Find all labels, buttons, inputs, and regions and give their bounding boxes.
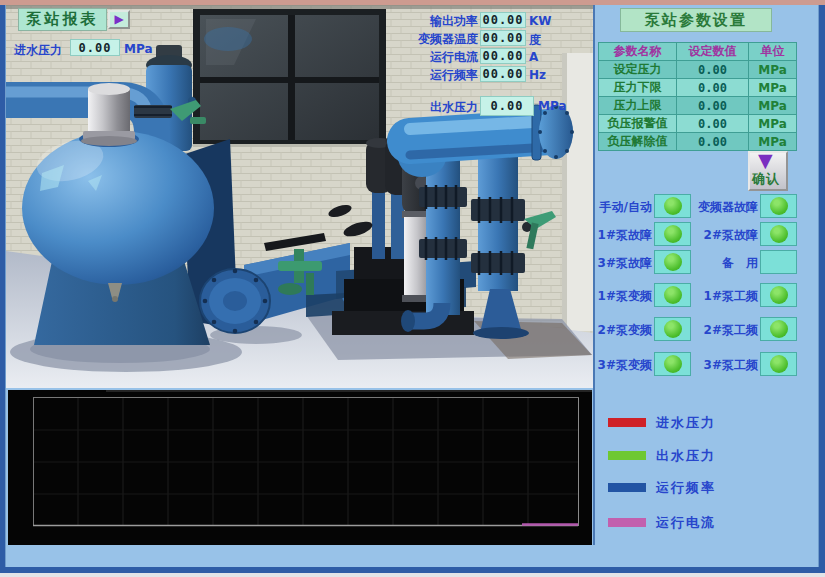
confirm-button[interactable]: ▼ 确认 [748,151,788,191]
param-unit: MPa [749,97,797,115]
indicator-label: 1#泵工频 [692,288,758,305]
indicator-label: 3#泵变频 [594,357,652,374]
indicator-label: 1#泵变频 [594,288,652,305]
grid-horizontal [34,430,578,494]
window [193,9,386,147]
legend-label: 出水压力 [656,447,716,465]
trend-chart [8,390,592,545]
param-value[interactable]: 0.00 [677,133,749,151]
confirm-down-triangle-icon: ▼ [758,150,773,170]
led [770,355,788,373]
led [770,320,788,338]
run-current-unit: A [529,50,538,64]
legend-swatch-inlet [608,418,646,427]
hmi-screen: 泵站报表 ▶ 进水压力 0.00 MPa 输出功率 00.00 KW 变频器温度… [0,0,825,577]
legend-label: 运行频率 [656,479,716,497]
indicator-lamp-pump1-fault [654,222,691,246]
param-unit: MPa [749,79,797,97]
param-name: 压力下限 [599,79,677,97]
param-value[interactable]: 0.00 [677,115,749,133]
output-power-unit: KW [529,14,552,28]
inverter-temp-value: 00.00 [480,30,526,46]
param-unit: MPa [749,133,797,151]
indicator-lamp-pump2-vfd [654,317,691,341]
legend-item: 运行电流 [594,514,818,534]
led [664,320,682,338]
param-name: 负压报警值 [599,115,677,133]
indicator-lamp-pump1-mains [760,283,797,307]
indicator-label: 3#泵故障 [594,255,652,272]
table-row: 压力上限 0.00 MPa [599,97,797,115]
param-value[interactable]: 0.00 [677,97,749,115]
param-unit: MPa [749,61,797,79]
outlet-pressure-value: 0.00 [480,96,534,116]
wall-pillar [562,53,593,331]
panel-divider [593,5,595,545]
report-play-button[interactable]: ▶ [108,10,130,29]
run-frequency-value: 00.00 [480,66,526,82]
param-value[interactable]: 0.00 [677,79,749,97]
run-frequency-unit: Hz [529,68,546,82]
output-power-label: 输出功率 [402,13,478,30]
led [664,225,682,243]
led [770,197,788,215]
indicator-row: 手动/自动 变频器故障 [594,194,818,218]
param-name: 压力上限 [599,97,677,115]
col-set-value: 设定数值 [677,43,749,61]
table-row: 负压解除值 0.00 MPa [599,133,797,151]
indicator-lamp-pump2-fault [760,222,797,246]
col-unit: 单位 [749,43,797,61]
indicator-label: 2#泵变频 [594,322,652,339]
indicator-label: 1#泵故障 [594,227,652,244]
tank-air-valve [81,83,137,146]
indicator-label: 手动/自动 [594,199,652,216]
legend-swatch-frequency [608,483,646,492]
indicator-lamp-pump3-vfd [654,352,691,376]
indicator-lamp-pump3-fault [654,250,691,274]
settings-table: 参数名称 设定数值 单位 设定压力 0.00 MPa 压力下限 0.00 MPa… [598,42,797,151]
confirm-label: 确认 [752,170,780,188]
settings-title: 泵站参数设置 [620,8,772,32]
run-frequency-label: 运行频率 [402,67,478,84]
legend-item: 出水压力 [594,447,818,467]
legend-swatch-outlet [608,451,646,460]
table-row: 负压报警值 0.00 MPa [599,115,797,133]
pump-station-scene: 泵站报表 ▶ 进水压力 0.00 MPa 输出功率 00.00 KW 变频器温度… [6,5,593,388]
outlet-pressure-unit: MPa [538,99,567,113]
indicator-lamp-pump1-vfd [654,283,691,307]
indicator-row: 1#泵变频 1#泵工频 [594,283,818,307]
output-power-value: 00.00 [480,12,526,28]
inlet-pressure-value: 0.00 [70,39,120,56]
pressure-tank [22,131,214,345]
param-unit: MPa [749,115,797,133]
param-value[interactable]: 0.00 [677,61,749,79]
led [664,286,682,304]
left-border [0,5,6,577]
param-name: 设定压力 [599,61,677,79]
indicator-label: 2#泵故障 [692,227,758,244]
report-button[interactable]: 泵站报表 [18,8,107,31]
inlet-pressure-unit: MPa [124,42,153,56]
run-current-value: 00.00 [480,48,526,64]
inverter-temp-unit: 度 [529,32,541,49]
indicator-label: 2#泵工频 [692,322,758,339]
led [664,355,682,373]
inlet-pressure-label: 进水压力 [14,42,62,59]
indicator-lamp-manual-auto [654,194,691,218]
indicator-row: 1#泵故障 2#泵故障 [594,222,818,246]
led [664,197,682,215]
outlet-pressure-label: 出水压力 [410,99,478,116]
indicator-row: 3#泵故障 备 用 [594,250,818,274]
indicator-label: 3#泵工频 [692,357,758,374]
indicator-label: 备 用 [692,255,758,272]
trend-chart-plot [8,390,592,545]
legend-label: 运行电流 [656,514,716,532]
bottom-border-light [0,573,825,577]
indicator-lamp-pump3-mains [760,352,797,376]
right-border [818,5,825,577]
led [770,286,788,304]
indicator-lamp-pump2-mains [760,317,797,341]
top-border [0,0,825,5]
table-row: 设定压力 0.00 MPa [599,61,797,79]
run-current-label: 运行电流 [402,49,478,66]
